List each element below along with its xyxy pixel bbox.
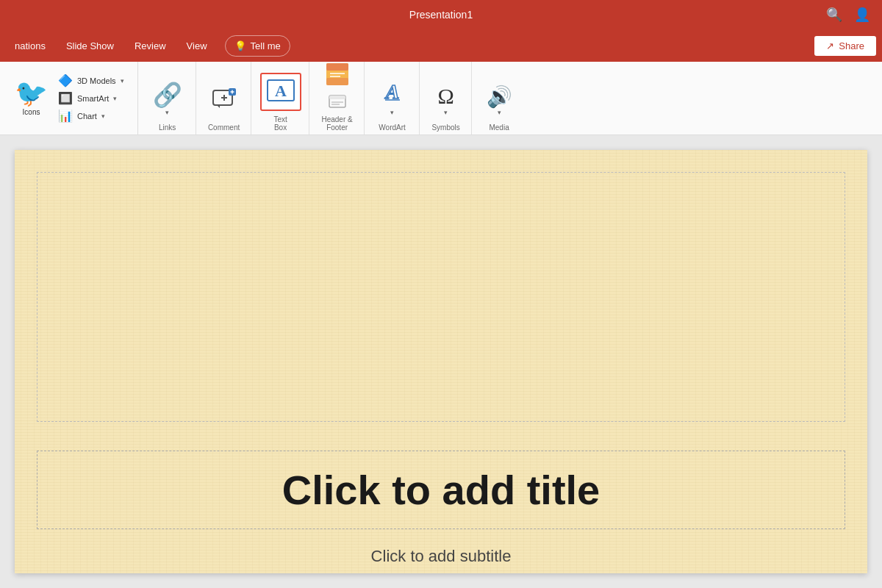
slide-subtitle-text[interactable]: Click to add subtitle <box>371 547 512 565</box>
chart-button[interactable]: 📊 Chart ▾ <box>54 107 129 124</box>
menu-bar: nations Slide Show Review View 💡 Tell me… <box>0 29 882 62</box>
comment-button[interactable] <box>205 83 243 119</box>
header-footer-button[interactable] <box>318 58 356 93</box>
dropdown-indicator: ▾ <box>165 109 169 116</box>
links-label: Links <box>159 123 176 132</box>
lightbulb-icon: 💡 <box>234 40 246 51</box>
share-button[interactable]: ↗ Share <box>814 36 876 56</box>
smartart-label: SmartArt <box>77 94 109 103</box>
icons-icon: 🐦 <box>15 80 48 107</box>
title-bar-icons: 🔍 👤 <box>826 7 870 23</box>
menu-item-nations[interactable]: nations <box>6 36 54 56</box>
slide-subtitle-box[interactable]: Click to add subtitle <box>37 547 845 566</box>
comment-icon <box>211 86 237 116</box>
media-icon: 🔊 <box>487 87 512 107</box>
title-bar: Presentation1 🔍 👤 <box>0 0 882 29</box>
symbols-dropdown-arrow: ▾ <box>444 109 448 116</box>
wordart-dropdown-arrow: ▾ <box>390 109 394 116</box>
links-icon: 🔗 <box>153 83 182 107</box>
3d-models-label: 3D Models <box>77 76 116 85</box>
profile-icon[interactable]: 👤 <box>854 7 870 23</box>
slide-title-text[interactable]: Click to add title <box>282 467 600 513</box>
links-button[interactable]: 🔗 ▾ <box>147 80 188 119</box>
dropdown-arrow: ▾ <box>121 77 124 85</box>
search-icon[interactable]: 🔍 <box>826 7 842 23</box>
3d-models-icon: 🔷 <box>58 74 73 87</box>
svg-rect-15 <box>329 96 345 99</box>
3d-models-button[interactable]: 🔷 3D Models ▾ <box>54 72 129 89</box>
textbox-button[interactable]: A <box>260 73 301 111</box>
date-time-button[interactable] <box>329 95 346 111</box>
wordart-label: WordArt <box>379 123 406 132</box>
ribbon-group-comment: Comment <box>198 62 251 135</box>
tell-me-label: Tell me <box>251 40 281 51</box>
share-label: Share <box>839 40 864 51</box>
ribbon-stack-models: 🔷 3D Models ▾ 🔲 SmartArt ▾ 📊 Chart ▾ <box>54 72 129 124</box>
textbox-icon: A <box>266 77 295 107</box>
header-footer-label: Header &Footer <box>321 115 352 132</box>
textbox-label: TextBox <box>273 115 287 132</box>
slide-title-box[interactable]: Click to add title <box>37 451 845 529</box>
ribbon-group-textbox: A TextBox <box>253 62 309 135</box>
slide-content-placeholder <box>37 172 845 422</box>
svg-rect-10 <box>326 63 348 71</box>
media-dropdown-arrow: ▾ <box>498 109 501 116</box>
app-title: Presentation1 <box>409 9 473 21</box>
svg-text:A: A <box>275 82 287 100</box>
header-footer-icon <box>324 61 351 90</box>
chart-label: Chart <box>77 112 97 121</box>
symbols-button[interactable]: Ω ▾ <box>429 82 464 119</box>
ribbon-group-header: Header &Footer <box>311 62 365 135</box>
menu-item-slideshow[interactable]: Slide Show <box>57 36 123 56</box>
icons-label[interactable]: Icons <box>23 108 40 116</box>
svg-marker-1 <box>217 105 220 108</box>
dropdown-arrow-3: ▾ <box>101 112 105 120</box>
dropdown-arrow-2: ▾ <box>113 95 117 102</box>
wordart-icon: A <box>379 78 406 107</box>
ribbon-group-links: 🔗 ▾ Links <box>140 62 196 135</box>
ribbon-group-wordart: A ▾ WordArt <box>366 62 420 135</box>
tell-me-input[interactable]: 💡 Tell me <box>225 35 290 57</box>
menu-item-view[interactable]: View <box>178 36 216 56</box>
comment-label: Comment <box>208 123 240 132</box>
menu-item-review[interactable]: Review <box>126 36 175 56</box>
media-label: Media <box>489 123 509 132</box>
slide-area: Click to add title Click to add subtitle <box>0 135 882 588</box>
media-button[interactable]: 🔊 ▾ <box>481 84 518 119</box>
slide-canvas[interactable]: Click to add title Click to add subtitle <box>15 150 867 573</box>
smartart-icon: 🔲 <box>58 91 73 105</box>
svg-rect-11 <box>326 78 348 85</box>
symbols-label: Symbols <box>431 123 459 132</box>
share-icon: ↗ <box>826 40 834 51</box>
ribbon-group-symbols: Ω ▾ Symbols <box>421 62 472 135</box>
smartart-button[interactable]: 🔲 SmartArt ▾ <box>54 90 129 107</box>
ribbon: 🐦 Icons 🔷 3D Models ▾ 🔲 SmartArt ▾ 📊 Cha… <box>0 62 882 135</box>
chart-icon: 📊 <box>58 109 73 123</box>
ribbon-group-images: 🐦 Icons 🔷 3D Models ▾ 🔲 SmartArt ▾ 📊 Cha… <box>6 62 138 135</box>
symbols-icon: Ω <box>437 85 453 107</box>
wordart-button[interactable]: A ▾ <box>373 75 412 119</box>
ribbon-group-media: 🔊 ▾ Media <box>473 62 526 135</box>
